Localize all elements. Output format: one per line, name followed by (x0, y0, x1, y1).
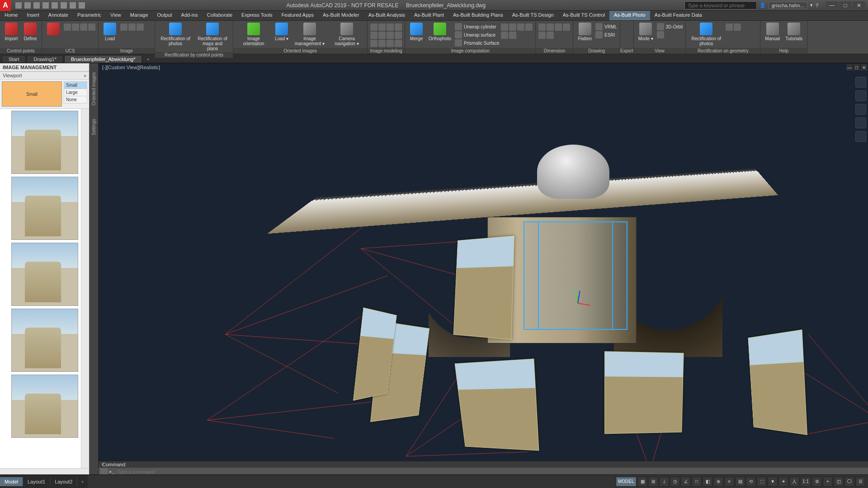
ribbon-tab-as-built-modeler[interactable]: As-Built Modeler (318, 11, 364, 20)
ribbon-tab-as-built-ts-control[interactable]: As-Built TS Control (558, 11, 609, 20)
ribbon-button[interactable]: Load ▾ (273, 22, 290, 42)
oriented-image-plane[interactable] (604, 351, 684, 434)
status-gizmo-icon[interactable]: ✦ (778, 477, 788, 487)
ribbon-mini-button[interactable] (501, 32, 508, 39)
viewport-size-option[interactable]: Large (64, 89, 87, 96)
ribbon-tab-as-built-feature-data[interactable]: As-Built Feature Data (650, 11, 707, 20)
ribbon-button[interactable]: Rectification of photos (158, 22, 193, 47)
ribbon-button[interactable]: Camera navigation ▾ (329, 22, 364, 47)
ribbon-small-button[interactable]: Unwrap surface (455, 31, 499, 38)
ribbon-mini-button[interactable] (538, 23, 546, 31)
vp-maximize-icon[interactable]: □ (854, 64, 860, 70)
thumbnail-item[interactable] (11, 111, 78, 174)
ribbon-mini-button[interactable] (370, 40, 377, 47)
status-scale-button[interactable]: 1:1 (800, 477, 811, 487)
ribbon-button[interactable]: Load (101, 22, 118, 42)
ribbon-button[interactable]: Rectification of photos (689, 22, 724, 47)
ribbon-tab-as-built-ts-design[interactable]: As-Built TS Design (508, 11, 558, 20)
ribbon-mini-button[interactable] (387, 23, 394, 31)
layout-tab-layout1[interactable]: Layout1 (23, 477, 50, 486)
ribbon-button[interactable]: Manual (763, 22, 782, 42)
ribbon-mini-button[interactable] (509, 23, 516, 31)
oriented-image-plane[interactable] (748, 329, 807, 435)
status-view-icon[interactable]: ◫ (834, 477, 844, 487)
status-annoscale-icon[interactable]: 人 (789, 477, 799, 487)
viewport-size-option[interactable]: None (64, 96, 87, 103)
ribbon-button[interactable]: Rectification of maps and plans (195, 22, 230, 52)
viewport-3d[interactable]: [-][Custom View][Realistic] — □ ✕ (99, 63, 868, 474)
qat-redo-icon[interactable] (70, 2, 76, 9)
ribbon-button[interactable]: Orthophoto (427, 22, 453, 42)
file-tab[interactable]: Drawing1* (27, 55, 63, 63)
file-tab-add-button[interactable]: + (143, 56, 153, 63)
ribbon-mini-button[interactable] (509, 32, 516, 39)
thumbnail-item[interactable] (11, 177, 78, 240)
ribbon-small-button[interactable]: 3D-Orbit (657, 23, 683, 30)
ribbon-button[interactable] (45, 22, 62, 37)
file-tab[interactable]: Start (2, 55, 26, 63)
ribbon-button[interactable]: Mode ▾ (637, 22, 655, 42)
ribbon-mini-button[interactable] (64, 23, 71, 31)
status-grid-icon[interactable]: ▦ (637, 477, 647, 487)
ribbon-tab-as-built-photo[interactable]: As-Built Photo (609, 11, 650, 20)
status-model-button[interactable]: MODEL (616, 477, 637, 487)
file-tab[interactable]: Brueckenpfeiler_Abwicklung* (64, 55, 142, 63)
thumbnail-item[interactable] (11, 243, 78, 306)
status-monitor-icon[interactable]: 🖵 (844, 477, 854, 487)
ribbon-button[interactable]: Tutorials (783, 22, 804, 42)
vertical-scrollbar[interactable] (81, 109, 89, 468)
viewport-expand-icon[interactable]: » (84, 73, 86, 78)
zoom-icon[interactable] (855, 117, 866, 128)
ribbon-mini-button[interactable] (88, 23, 95, 31)
ribbon-mini-button[interactable] (378, 40, 386, 47)
thumbnail-list[interactable] (0, 108, 89, 474)
cmd-close-icon[interactable]: × (99, 461, 106, 467)
status-3d-icon[interactable]: ⬚ (757, 477, 767, 487)
horizontal-scrollbar[interactable] (0, 468, 89, 474)
qat-new-icon[interactable] (15, 2, 22, 9)
signin-icon[interactable]: 👤 (760, 2, 766, 8)
oriented-image-plane[interactable] (453, 235, 514, 340)
status-ortho-icon[interactable]: ⊥ (659, 477, 669, 487)
status-lineweight-icon[interactable]: ≡ (724, 477, 734, 487)
ribbon-small-button[interactable]: Prismatic Surface (455, 39, 499, 47)
ribbon-mini-button[interactable] (378, 32, 386, 39)
qat-undo-icon[interactable] (61, 2, 67, 9)
layout-add-button[interactable]: + (77, 477, 87, 486)
qat-more-icon[interactable] (79, 2, 85, 9)
status-filter-icon[interactable]: ▼ (768, 477, 778, 487)
status-dynamic-icon[interactable]: ⊕ (713, 477, 723, 487)
ribbon-small-button[interactable]: Unwrap cylinder (455, 23, 499, 30)
status-snap-icon[interactable]: ⊞ (648, 477, 658, 487)
ribbon-mini-button[interactable] (726, 23, 733, 31)
qat-open-icon[interactable] (24, 2, 31, 9)
ribbon-mini-button[interactable] (120, 23, 127, 31)
ribbon-button[interactable]: Image management ▾ (292, 22, 327, 47)
vp-close-icon[interactable]: ✕ (861, 64, 867, 70)
ribbon-button[interactable]: Flatten (576, 22, 594, 42)
sidetab-settings[interactable]: Settings (91, 119, 96, 135)
layout-tab-layout2[interactable]: Layout2 (50, 477, 77, 486)
ribbon-tab-express-tools[interactable]: Express Tools (237, 11, 277, 20)
sidetab-oriented-images[interactable]: Oriented images (91, 72, 96, 105)
ribbon-mini-button[interactable] (128, 23, 136, 31)
ribbon-tab-annotate[interactable]: Annotate (44, 11, 73, 20)
status-customize-icon[interactable]: ☰ (855, 477, 865, 487)
ribbon-mini-button[interactable] (563, 23, 570, 31)
ribbon-mini-button[interactable] (387, 32, 394, 39)
thumbnail-item[interactable] (11, 375, 78, 438)
ribbon-button[interactable]: Merge (408, 22, 425, 42)
ribbon-mini-button[interactable] (80, 23, 87, 31)
viewport-size-option[interactable]: Small (64, 81, 87, 89)
viewport-preview[interactable]: Small (2, 81, 62, 107)
ribbon-tab-featured-apps[interactable]: Featured Apps (277, 11, 318, 20)
ribbon-button[interactable]: Define (22, 22, 39, 42)
ribbon-mini-button[interactable] (395, 23, 402, 31)
ribbon-button[interactable]: Import (3, 22, 20, 42)
status-isoplane-icon[interactable]: ∠ (681, 477, 691, 487)
ribbon-mini-button[interactable] (555, 23, 562, 31)
maximize-button[interactable]: □ (839, 1, 852, 9)
viewport-label-text[interactable]: [-][Custom View][Realistic] (102, 65, 160, 70)
minimize-button[interactable]: — (826, 1, 838, 9)
ribbon-tab-as-built-analysis[interactable]: As-Built Analysis (364, 11, 410, 20)
